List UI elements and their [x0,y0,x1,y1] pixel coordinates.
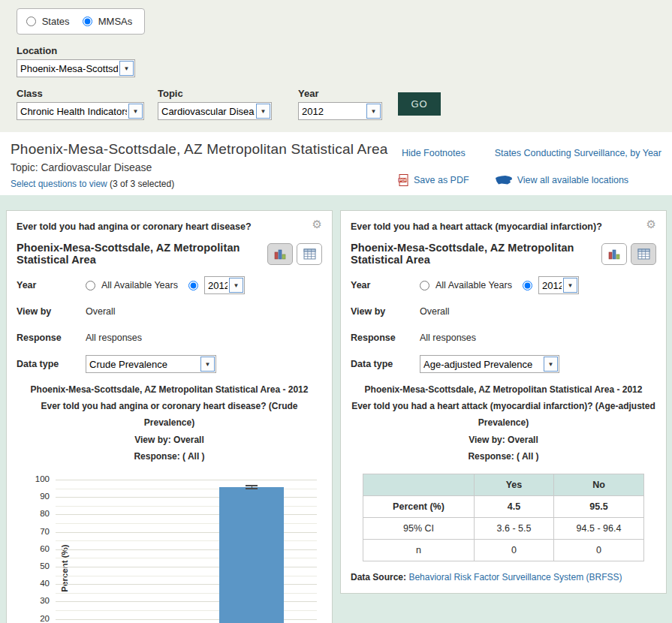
viewby-value: Overall [86,306,116,317]
all-years-label: All Available Years [435,280,512,290]
save-pdf-link[interactable]: Save as PDF [414,175,469,185]
topic-select-wrap: Cardiovascular Disease [158,102,272,120]
datasource-line: Data Source: Behavioral Risk Factor Surv… [351,572,656,582]
location-select[interactable]: Phoenix-Mesa-Scottsdale, AZ Metropolitan… [17,59,135,77]
table-row-percent: Percent (%) 4.5 95.5 [363,495,644,517]
viewby-label: View by [351,306,420,317]
response-label: Response [351,333,420,343]
panel-year-select[interactable]: 2012 [538,276,579,294]
pdf-icon: PDF [398,174,409,186]
datasource-link[interactable]: Behavioral Risk Factor Surveillance Syst… [408,572,622,582]
all-years-radio[interactable] [86,281,95,290]
all-years-radio[interactable] [420,281,429,290]
single-year-radio[interactable] [188,281,198,290]
year-field-label: Year [351,280,420,290]
panel-year-select[interactable]: 2012 [204,276,245,294]
response-value: All responses [420,333,476,343]
table-icon [637,248,650,260]
bar-chart: 0102030405060708090100 Percent (%) YesNo [17,475,322,623]
mmsas-radio-option[interactable]: MMSAs [83,16,132,27]
chart-view-button[interactable] [601,243,627,265]
location-label: Location [17,45,672,56]
col-no: No [554,474,644,495]
question-card-heart-attack: Ever told you had a heart attack (myocar… [340,210,667,594]
gridline [56,480,317,480]
all-years-label: All Available Years [101,280,178,290]
geo-mode-group: States MMSAs [17,8,145,35]
response-label: Response [17,333,86,343]
col-yes: Yes [475,474,554,495]
view-locations-link[interactable]: View all available locations [517,175,628,185]
page-title: Phoenix-Mesa-Scottsdale, AZ Metropolitan… [11,141,387,158]
gear-icon[interactable]: ⚙ [646,218,656,230]
panel-location-title: Phoenix-Mesa-Scottsdale, AZ Metropolitan… [351,242,601,266]
prevalence-table: Yes No Percent (%) 4.5 95.5 95% CI 3.6 -… [363,474,644,561]
y-tick-label: 90 [23,492,50,501]
states-radio[interactable] [26,17,36,26]
table-titles: Phoenix-Mesa-Scottsdale, AZ Metropolitan… [351,381,656,465]
panel-location-title: Phoenix-Mesa-Scottsdale, AZ Metropolitan… [17,242,267,266]
class-select-wrap: Chronic Health Indicators [17,102,144,120]
select-questions-link[interactable]: Select questions to view [11,179,107,189]
states-surveillance-link[interactable]: States Conducting Surveillance, by Year [495,148,661,158]
table-row-n: n 0 0 [363,539,644,561]
gear-icon[interactable]: ⚙ [312,218,322,230]
table-row-ci: 95% CI 3.6 - 5.5 94.5 - 96.4 [363,517,644,539]
table-view-button[interactable] [297,243,322,265]
y-tick-label: 80 [23,509,50,518]
select-questions-count: (3 of 3 selected) [107,179,174,189]
datatype-label: Data type [17,359,86,369]
states-radio-label: States [42,16,70,27]
y-tick-label: 60 [23,544,50,553]
bar-chart-plot: Percent (%) YesNo [56,480,317,623]
header-links: Hide Footnotes States Conducting Surveil… [398,144,661,189]
datatype-label: Data type [351,359,420,369]
table-header-row: Yes No [363,474,644,495]
header-band: Phoenix-Mesa-Scottsdale, AZ Metropolitan… [0,132,672,195]
bar-chart-icon [274,248,287,260]
error-bar-cap [246,488,258,489]
mmsas-radio-label: MMSAs [98,16,133,27]
y-tick-label: 100 [23,474,50,483]
topic-select[interactable]: Cardiovascular Disease [158,102,272,120]
chart-titles: Phoenix-Mesa-Scottsdale, AZ Metropolitan… [17,381,322,465]
header-left: Phoenix-Mesa-Scottsdale, AZ Metropolitan… [11,141,387,189]
hide-footnotes-link[interactable]: Hide Footnotes [402,148,466,158]
topic-label: Topic [158,88,298,99]
year-label: Year [298,88,398,99]
year-field-label: Year [17,280,86,290]
viewby-label: View by [17,306,86,317]
table-icon [303,248,316,260]
topic-line: Topic: Cardiovascular Disease [11,161,387,173]
class-label: Class [17,88,158,99]
us-map-icon [495,175,513,185]
question-title: Ever told you had a heart attack (myocar… [351,218,602,232]
year-select[interactable]: 2012 [298,102,382,120]
y-tick-label: 50 [23,561,50,570]
filter-section: States MMSAs Location Phoenix-Mesa-Scott… [0,0,672,132]
y-tick-label: 20 [23,614,50,623]
question-card-angina: Ever told you had angina or coronary hea… [6,210,333,623]
datatype-select[interactable]: Age-adjusted Prevalence [420,355,559,373]
error-bar-cap [246,485,258,486]
chart-view-button[interactable] [267,243,293,265]
bar-chart-icon [608,248,621,260]
class-select[interactable]: Chronic Health Indicators [17,102,144,120]
svg-text:PDF: PDF [399,177,407,182]
table-view-button[interactable] [631,243,656,265]
response-value: All responses [86,333,142,343]
mmsas-radio[interactable] [83,17,92,26]
bar-no [219,487,284,623]
datatype-select[interactable]: Crude Prevalence [86,355,216,373]
single-year-radio[interactable] [523,281,532,290]
question-title: Ever told you had angina or coronary hea… [17,218,252,232]
location-select-wrap: Phoenix-Mesa-Scottsdale, AZ Metropolitan… [17,59,135,77]
y-tick-label: 30 [23,596,50,605]
go-button[interactable]: GO [398,92,441,116]
states-radio-option[interactable]: States [26,16,72,27]
y-tick-label: 70 [23,527,50,536]
panels-section: Ever told you had angina or coronary hea… [0,195,672,623]
viewby-value: Overall [420,306,450,317]
y-tick-label: 40 [23,579,50,588]
datasource-label: Data Source: [351,572,406,582]
